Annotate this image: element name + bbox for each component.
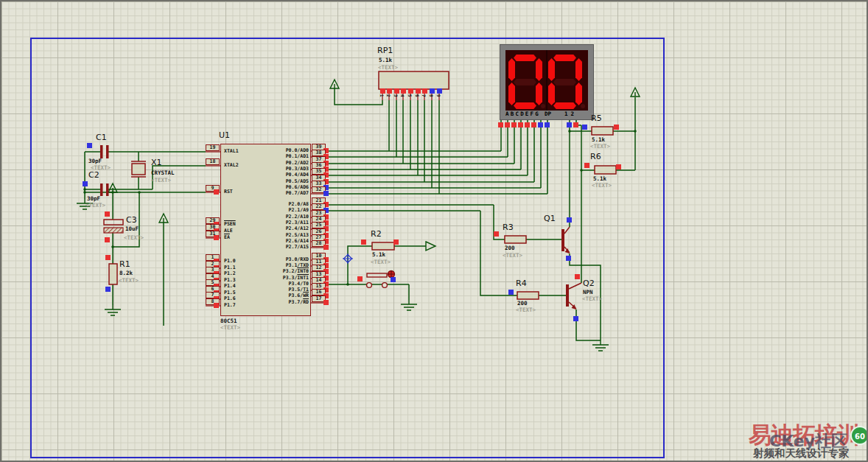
logic-state-square xyxy=(214,235,219,240)
proteus-schematic-canvas[interactable]: 19XTAL118XTAL29RST29PSEN30ALE31EA1P1.02P… xyxy=(0,0,868,462)
logic-state-square xyxy=(408,88,413,94)
resistor-r1[interactable] xyxy=(109,264,117,284)
logic-state-square xyxy=(83,181,88,186)
mcu-pin-label: EA xyxy=(224,235,230,240)
ground-icon[interactable] xyxy=(401,300,417,310)
resistor-r5[interactable] xyxy=(592,127,613,135)
r1-ref: R1 xyxy=(119,259,130,269)
logic-state-square xyxy=(105,287,111,292)
c2-text: <TEXT> xyxy=(85,202,105,209)
r2-ref: R2 xyxy=(371,229,382,239)
logic-state-square xyxy=(616,164,621,169)
rp1-pin-number: 7 xyxy=(421,94,427,97)
wire[interactable] xyxy=(576,309,601,340)
rp1-pin-number: 1 xyxy=(379,94,385,97)
logic-state-square xyxy=(105,211,110,217)
mcu-pin-label: P1.1 xyxy=(224,265,236,270)
default-terminal-icon[interactable] xyxy=(426,242,435,251)
junction-dot xyxy=(580,169,583,172)
logic-state-square xyxy=(361,239,366,245)
mcu-pin-label: P3.7/RD xyxy=(237,300,309,305)
mcu-pin-label: XTAL1 xyxy=(224,149,239,154)
r1-text: <TEXT> xyxy=(119,277,139,284)
mcu-pin-label: ALE xyxy=(224,228,233,234)
respack-rp1[interactable] xyxy=(379,71,449,89)
mcu-pin-label: P2.0/A8 xyxy=(237,202,309,207)
mcu-pin-label: P2.3/A11 xyxy=(237,220,309,225)
logic-state-square xyxy=(531,122,536,127)
power-terminal-icon[interactable] xyxy=(631,88,640,97)
q2-ref: Q2 xyxy=(583,279,595,288)
power-terminal-icon[interactable] xyxy=(159,214,168,223)
r3-text: <TEXT> xyxy=(503,252,522,259)
mcu-pin-label: P0.5/AD5 xyxy=(237,179,309,184)
c3-text: <TEXT> xyxy=(124,234,144,241)
mcu-pin-label: P3.6/WR xyxy=(237,293,309,298)
junction-dot xyxy=(111,245,114,248)
transistor-q1[interactable] xyxy=(561,227,570,253)
rp1-pin-number: 9 xyxy=(436,94,441,97)
junction-dot xyxy=(568,130,571,133)
mcu-pin-label: P1.0 xyxy=(224,259,236,264)
wire[interactable] xyxy=(335,88,382,105)
segment-f xyxy=(548,58,555,81)
mcu-pin-label: P0.7/AD7 xyxy=(237,191,309,196)
logic-state-square xyxy=(573,316,578,321)
logic-state-square xyxy=(494,231,499,237)
mcu-pin-number[interactable]: 19 xyxy=(206,144,220,151)
ground-icon[interactable] xyxy=(592,340,609,351)
segment-d xyxy=(514,102,536,109)
resistor-r3[interactable] xyxy=(505,236,526,243)
logic-state-square xyxy=(393,239,399,245)
mcu-pin-label: P3.1/TXD xyxy=(237,263,309,268)
junction-dot xyxy=(111,191,114,194)
logic-state-square xyxy=(573,122,578,127)
logic-state-square xyxy=(380,88,385,94)
segment-g xyxy=(553,79,576,85)
junction-dot xyxy=(634,130,637,133)
transistor-q2[interactable] xyxy=(566,283,581,309)
mcu-pin-label: P2.7/A15 xyxy=(237,245,309,250)
mcu-pin-label: P0.1/AD1 xyxy=(237,154,309,159)
mcu-pin-number[interactable]: 18 xyxy=(206,158,220,165)
mcu-pin-label: P1.6 xyxy=(224,296,236,301)
power-terminal-icon[interactable] xyxy=(330,80,339,88)
capacitor-c3-electrolytic[interactable] xyxy=(104,220,123,233)
display-common-labels: 12 xyxy=(564,111,577,117)
r4-ref: R4 xyxy=(516,279,527,288)
resistor-r4[interactable] xyxy=(517,292,539,299)
logic-state-square xyxy=(214,189,219,195)
mcu-pin-label: P2.1/A9 xyxy=(237,208,309,213)
logic-state-square xyxy=(105,237,110,242)
logic-state-square xyxy=(391,277,396,282)
mcu-pin-label: P3.0/RXD xyxy=(237,257,309,262)
display-dp-label: DP xyxy=(545,111,551,117)
rp1-pin-number: 8 xyxy=(429,94,434,97)
rp1-pin-number: 2 xyxy=(386,94,391,97)
logic-state-square xyxy=(525,122,530,127)
crystal-x1[interactable] xyxy=(131,161,146,177)
c2-ref: C2 xyxy=(88,170,99,180)
logic-state-square xyxy=(323,191,329,196)
r4-value: 200 xyxy=(517,300,528,307)
r3-value: 200 xyxy=(505,245,515,251)
logic-state-square xyxy=(567,217,572,223)
capacitor-c1[interactable] xyxy=(100,145,109,158)
r5-ref: R5 xyxy=(591,113,602,123)
logic-state-square xyxy=(387,88,392,94)
logic-state-square xyxy=(575,274,580,279)
logic-state-square xyxy=(105,255,111,260)
segment-b xyxy=(536,58,542,81)
ground-terminals[interactable] xyxy=(77,199,609,351)
resistor-r6[interactable] xyxy=(595,166,616,174)
logic-state-square xyxy=(87,143,92,148)
mcu-pin-label: P1.7 xyxy=(224,303,236,308)
segment-dp xyxy=(581,104,585,108)
rp1-pin-number: 6 xyxy=(415,94,420,97)
resistor-r2[interactable] xyxy=(372,242,394,250)
seven-seg-divider xyxy=(546,50,547,111)
seven-seg-digit xyxy=(508,55,542,109)
c3-value: 10uF xyxy=(125,225,139,232)
capacitor-c2[interactable] xyxy=(100,183,109,196)
ground-icon[interactable] xyxy=(105,305,121,315)
